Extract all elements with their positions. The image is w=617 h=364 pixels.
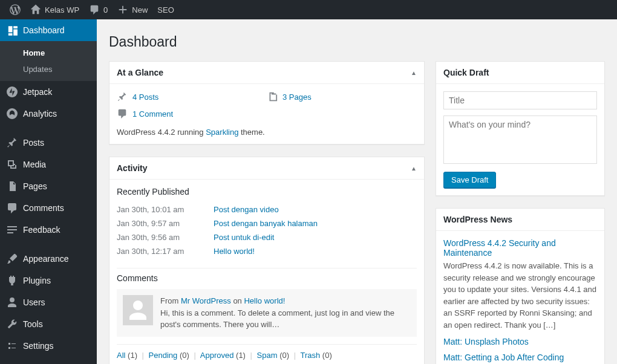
sidebar-label: Jetpack (23, 87, 52, 97)
seo-link[interactable]: SEO (152, 0, 178, 19)
sidebar-label: Settings (23, 341, 54, 351)
filter-pending[interactable]: Pending (149, 351, 178, 360)
submenu-home[interactable]: Home (0, 45, 97, 61)
activity-date: Jan 30th, 9:57 am (117, 219, 214, 228)
svg-point-0 (7, 86, 18, 97)
activity-box: Activity ▲ Recently Published Jan 30th, … (109, 157, 425, 364)
filter-approved[interactable]: Approved (200, 351, 234, 360)
comment-count: 0 (103, 5, 108, 15)
news-link-1[interactable]: WordPress 4.4.2 Security and Maintenance (443, 238, 556, 258)
page-title: Dashboard (109, 34, 605, 50)
user-icon (6, 296, 18, 308)
comments-section-title: Comments (117, 268, 417, 283)
activity-row: Jan 30th, 9:56 amPost untuk di-edit (117, 230, 417, 244)
sidebar-label: Dashboard (23, 25, 65, 35)
wordpress-icon (10, 4, 21, 15)
glance-posts-link[interactable]: 4 Posts (132, 93, 158, 102)
sidebar-pages[interactable]: Pages (0, 175, 97, 197)
sidebar-plugins[interactable]: Plugins (0, 270, 97, 291)
comment-item: From Mr WordPress on Hello world! Hi, th… (117, 289, 417, 337)
toggle-glance[interactable]: ▲ (411, 70, 417, 76)
comment-post-link[interactable]: Hello world! (244, 296, 285, 305)
comment-author-link[interactable]: Mr WordPress (181, 296, 231, 305)
quick-draft-box: Quick Draft Save Draft (436, 61, 605, 196)
site-name-text: Kelas WP (45, 5, 79, 15)
sidebar-label: Comments (23, 203, 64, 213)
sidebar-media[interactable]: Media (0, 154, 97, 175)
home-icon (30, 4, 41, 15)
activity-title: Activity (117, 163, 148, 173)
activity-date: Jan 30th, 10:01 am (117, 205, 214, 214)
settings-icon (6, 340, 18, 352)
comment-body: Hi, this is a comment. To delete a comme… (160, 307, 411, 331)
filter-all[interactable]: All (117, 351, 125, 360)
analytics-icon (6, 108, 18, 120)
comment-filters: All (1) | Pending (0) | Approved (1) | S… (117, 344, 417, 360)
activity-date: Jan 30th, 12:17 am (117, 247, 214, 256)
sidebar-feedback[interactable]: Feedback (0, 219, 97, 241)
seo-label: SEO (157, 5, 174, 15)
sidebar-dashboard[interactable]: Dashboard (0, 19, 97, 41)
sidebar-label: Feedback (23, 225, 60, 235)
admin-bar: Kelas WP 0 New SEO (0, 0, 617, 19)
comment-icon (89, 4, 100, 15)
plugin-icon (6, 275, 18, 287)
pin-icon (117, 91, 128, 102)
at-a-glance-box: At a Glance ▲ 4 Posts 3 Pages (109, 61, 425, 145)
sidebar-tools[interactable]: Tools (0, 313, 97, 335)
filter-spam[interactable]: Spam (257, 351, 278, 360)
draft-title-input[interactable] (443, 91, 597, 109)
glance-pages-link[interactable]: 3 Pages (282, 93, 312, 102)
activity-post-link[interactable]: Post untuk di-edit (214, 233, 274, 242)
filter-trash[interactable]: Trash (300, 351, 320, 360)
sidebar-users[interactable]: Users (0, 291, 97, 313)
activity-post-link[interactable]: Post dengan banyak halaman (214, 219, 318, 228)
sidebar-settings[interactable]: Settings (0, 335, 97, 357)
comments-icon (6, 202, 18, 214)
site-name-link[interactable]: Kelas WP (25, 0, 84, 19)
glance-version-text: WordPress 4.4.2 running Sparkling theme. (117, 128, 417, 137)
sidebar-analytics[interactable]: Analytics (0, 103, 97, 125)
sidebar-label: Media (23, 160, 46, 169)
wp-logo[interactable] (5, 0, 25, 19)
toggle-activity[interactable]: ▲ (411, 165, 417, 172)
activity-post-link[interactable]: Hello world! (214, 247, 255, 256)
page-icon (6, 180, 18, 192)
news-link-3[interactable]: Matt: Getting a Job After Coding Bootcam… (443, 353, 564, 364)
tools-icon (6, 318, 18, 330)
news-link-2[interactable]: Matt: Unsplash Photos (443, 337, 529, 346)
activity-date: Jan 30th, 9:56 am (117, 233, 214, 242)
sidebar-label: Tools (23, 319, 43, 329)
wordpress-news-box: WordPress News WordPress 4.4.2 Security … (436, 208, 605, 364)
brush-icon (6, 253, 18, 265)
comments-link[interactable]: 0 (84, 0, 113, 19)
theme-link[interactable]: Sparkling (206, 128, 238, 137)
pin-icon (6, 137, 18, 149)
new-content-link[interactable]: New (113, 0, 152, 19)
sidebar-label: Users (23, 297, 45, 307)
sidebar-appearance[interactable]: Appearance (0, 248, 97, 270)
news-title: WordPress News (443, 215, 512, 224)
sidebar-label: Plugins (23, 276, 51, 285)
media-icon (6, 158, 18, 171)
submenu-updates[interactable]: Updates (0, 61, 97, 77)
news-summary-1: WordPress 4.4.2 is now available. This i… (443, 260, 597, 331)
content-area: Dashboard At a Glance ▲ 4 Posts (97, 19, 617, 364)
draft-content-input[interactable] (443, 115, 597, 164)
save-draft-button[interactable]: Save Draft (443, 172, 496, 188)
glance-comments-link[interactable]: 1 Comment (132, 109, 173, 119)
sidebar-posts[interactable]: Posts (0, 132, 97, 154)
quick-draft-title: Quick Draft (443, 68, 489, 77)
new-label: New (132, 5, 148, 15)
sidebar-jetpack[interactable]: Jetpack (0, 81, 97, 103)
jetpack-icon (6, 86, 18, 98)
recently-published-title: Recently Published (117, 187, 417, 197)
activity-post-link[interactable]: Post dengan video (214, 205, 279, 214)
dashboard-icon (6, 24, 18, 36)
activity-row: Jan 30th, 12:17 amHello world! (117, 244, 417, 258)
admin-sidebar: Dashboard Home Updates Jetpack Analytics… (0, 19, 97, 364)
avatar (123, 295, 153, 325)
sidebar-comments[interactable]: Comments (0, 197, 97, 219)
plus-icon (117, 4, 128, 15)
sidebar-label: Analytics (23, 109, 57, 119)
